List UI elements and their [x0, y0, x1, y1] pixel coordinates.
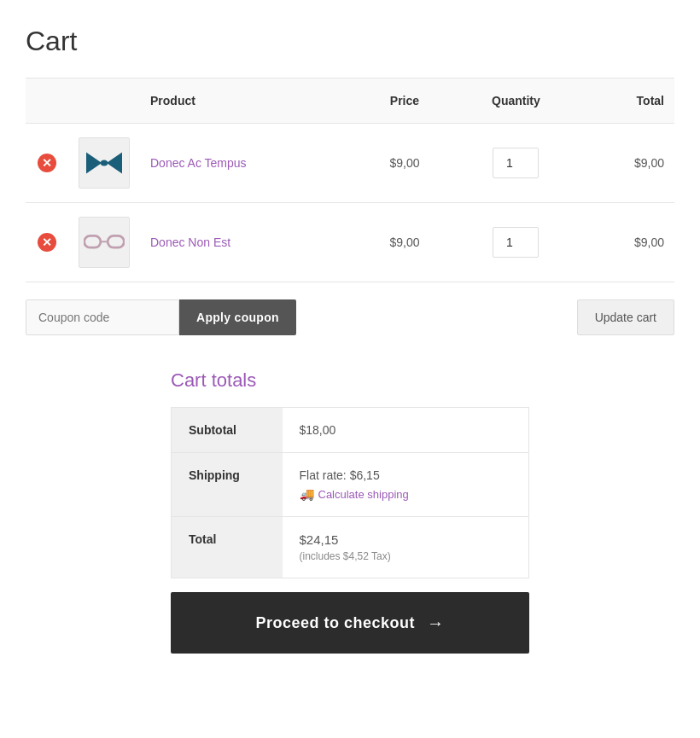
- subtotal-row: Subtotal $18,00: [172, 408, 529, 453]
- col-quantity-header: Quantity: [452, 78, 580, 124]
- svg-marker-1: [107, 152, 122, 173]
- cart-totals-title: Cart totals: [171, 369, 529, 392]
- page-title: Cart: [26, 26, 674, 57]
- product-price-cell: $9,00: [358, 203, 452, 282]
- coupon-area: Apply coupon: [26, 299, 296, 335]
- product-thumbnail: [79, 137, 130, 189]
- cart-table: Product Price Quantity Total ✕ Donec Ac …: [26, 78, 674, 282]
- cart-actions: Apply coupon Update cart: [26, 299, 674, 335]
- remove-cell: ✕: [26, 203, 68, 282]
- col-image-header: [68, 78, 140, 124]
- subtotal-label: Subtotal: [172, 408, 283, 453]
- checkout-button[interactable]: Proceed to checkout →: [171, 592, 529, 654]
- remove-icon: ✕: [38, 154, 56, 172]
- calculate-shipping-text: Calculate shipping: [318, 488, 409, 501]
- quantity-input[interactable]: [493, 227, 539, 258]
- truck-icon: 🚚: [300, 487, 314, 501]
- coupon-input[interactable]: [26, 299, 179, 335]
- product-image-cell: [68, 124, 140, 203]
- product-link[interactable]: Donec Non Est: [150, 235, 230, 249]
- svg-rect-3: [85, 235, 101, 247]
- tax-note: (includes $4,52 Tax): [300, 550, 512, 562]
- product-name-cell: Donec Ac Tempus: [140, 124, 358, 203]
- cart-totals-section: Cart totals Subtotal $18,00 Shipping Fla…: [26, 369, 674, 654]
- shipping-value: Flat rate: $6,15 🚚 Calculate shipping: [283, 453, 529, 517]
- table-row: ✕ Donec Ac Tempus$9,00$9,00: [26, 124, 674, 203]
- product-thumbnail: [79, 217, 130, 268]
- shipping-rate-text: Flat rate: $6,15: [300, 468, 512, 482]
- product-total-cell: $9,00: [580, 124, 674, 203]
- svg-marker-0: [86, 152, 102, 173]
- shipping-label: Shipping: [172, 453, 283, 517]
- product-price-cell: $9,00: [358, 124, 452, 203]
- apply-coupon-button[interactable]: Apply coupon: [179, 299, 296, 335]
- subtotal-value: $18,00: [283, 408, 529, 453]
- cart-totals-table: Subtotal $18,00 Shipping Flat rate: $6,1…: [171, 407, 529, 578]
- product-name-cell: Donec Non Est: [140, 203, 358, 282]
- product-image-cell: [68, 203, 140, 282]
- col-price-header: Price: [358, 78, 452, 124]
- shipping-row: Shipping Flat rate: $6,15 🚚 Calculate sh…: [172, 453, 529, 517]
- remove-cell: ✕: [26, 124, 68, 203]
- product-total-cell: $9,00: [580, 203, 674, 282]
- product-quantity-cell: [452, 203, 580, 282]
- product-quantity-cell: [452, 124, 580, 203]
- remove-item-button[interactable]: ✕: [38, 154, 56, 172]
- total-amount: $24,15: [300, 532, 339, 547]
- table-row: ✕ Donec Non Est$9,00$9,00: [26, 203, 674, 282]
- total-value: $24,15 (includes $4,52 Tax): [283, 517, 529, 578]
- col-remove-header: [26, 78, 68, 124]
- glasses-svg: [84, 233, 125, 252]
- total-label: Total: [172, 517, 283, 578]
- svg-rect-4: [108, 235, 124, 247]
- calculate-shipping-link[interactable]: 🚚 Calculate shipping: [300, 487, 512, 501]
- svg-point-2: [101, 160, 108, 166]
- bowtie-svg: [86, 152, 122, 174]
- checkout-label: Proceed to checkout: [255, 614, 415, 632]
- col-total-header: Total: [580, 78, 674, 124]
- total-row: Total $24,15 (includes $4,52 Tax): [172, 517, 529, 578]
- quantity-input[interactable]: [493, 148, 539, 178]
- remove-item-button[interactable]: ✕: [38, 233, 56, 252]
- product-link[interactable]: Donec Ac Tempus: [150, 156, 247, 170]
- update-cart-button[interactable]: Update cart: [577, 299, 674, 335]
- checkout-button-wrapper: Proceed to checkout →: [171, 592, 529, 654]
- remove-icon: ✕: [38, 233, 56, 252]
- col-product-header: Product: [140, 78, 358, 124]
- arrow-icon: →: [427, 613, 445, 633]
